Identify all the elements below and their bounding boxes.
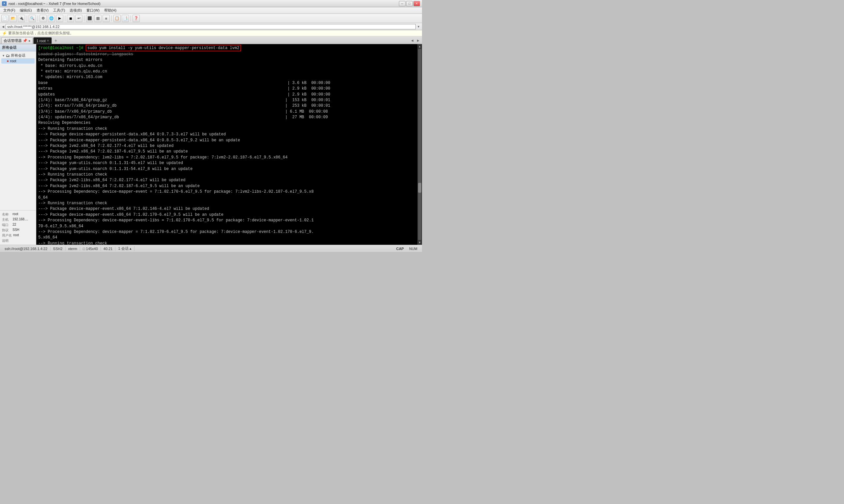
info-row-host: 主机 192.168.... bbox=[2, 217, 34, 222]
terminal-line-14: ---> Package device-mapper-persistent-da… bbox=[38, 132, 415, 137]
address-input[interactable] bbox=[5, 24, 416, 29]
tab-arrow-right[interactable]: ▶ bbox=[415, 37, 421, 44]
status-number: 40.21 bbox=[101, 247, 116, 251]
tree-item-all-sessions[interactable]: ▼ 🗂 所有会话 bbox=[1, 53, 35, 58]
tree-item-root[interactable]: ● root bbox=[1, 58, 35, 64]
terminal-line-22: ---> Package lvm2-libs.x86_64 7:2.02.177… bbox=[38, 178, 415, 183]
menu-file[interactable]: 文件(F) bbox=[1, 7, 17, 13]
toolbar-btn-7[interactable]: ▤ bbox=[94, 15, 102, 22]
prompt: [root@localhost ~]# bbox=[38, 46, 86, 50]
info-row-protocol: 协议 SSH bbox=[2, 228, 34, 233]
maximize-button[interactable]: □ bbox=[406, 1, 413, 6]
terminal-line-9: (2/4): extras/7/x86_64/primary_db | 253 … bbox=[38, 103, 415, 109]
status-terminal: xterm bbox=[66, 247, 81, 251]
close-button[interactable]: ✕ bbox=[413, 1, 420, 6]
status-sessions[interactable]: 1 会话 ▴ bbox=[115, 246, 134, 251]
toolbar-btn-3[interactable]: ⚙ bbox=[39, 15, 47, 22]
terminal-line-13: --> Running transaction check bbox=[38, 126, 415, 132]
sidebar-header-label: 所有会话 bbox=[2, 46, 16, 49]
info-row-name: 名称 root bbox=[2, 212, 34, 217]
terminal-line-30: 70-6.el7_9.5.x86_64 bbox=[38, 224, 415, 229]
info-label-host: 主机 bbox=[2, 217, 11, 222]
terminal-line-1: Determining fastest mirrors bbox=[38, 57, 415, 63]
terminal-line-26: --> Running transaction check bbox=[38, 201, 415, 206]
notice-text: 要添加当前会话，点击左侧的箭头按钮。 bbox=[8, 31, 73, 36]
info-value-username: root bbox=[13, 233, 19, 238]
terminal-line-11: (4/4): updates/7/x86_64/primary_db | 27 … bbox=[38, 115, 415, 120]
info-label-name: 名称 bbox=[2, 212, 11, 217]
notice-bar: ⚡ 要添加当前会话，点击左侧的箭头按钮。 bbox=[0, 30, 422, 36]
session-manager-tab[interactable]: 会话管理器 📌 × bbox=[1, 37, 33, 44]
status-connection: ssh://root@192.168.1.4:22 bbox=[2, 247, 50, 251]
scrollbar-thumb[interactable] bbox=[418, 183, 421, 193]
terminal-line-5: base | 3.6 kB 00:00:00 bbox=[38, 80, 415, 86]
toolbar-btn-6[interactable]: ⬛ bbox=[86, 15, 93, 22]
scrollbar-track[interactable] bbox=[418, 49, 421, 240]
info-value-protocol: SSH bbox=[13, 228, 19, 233]
toolbar: 📄 📂 🔌 🔍 ⚙ 🌐 ▶ ⏹ ↩ ⬛ ▤ ≡ 📋 📑 ❓ bbox=[0, 14, 422, 23]
menu-help[interactable]: 帮助(H) bbox=[102, 7, 118, 13]
main-area: 所有会话 ▼ 🗂 所有会话 ● root 名称 root 主机 192.168.… bbox=[0, 44, 422, 245]
toolbar-new[interactable]: 📄 bbox=[1, 15, 8, 22]
scroll-up-btn[interactable]: ▲ bbox=[418, 44, 421, 48]
sidebar-header: 所有会话 bbox=[0, 44, 36, 51]
terminal-line-8: (1/4): base/7/x86_64/group_gz | 153 kB 0… bbox=[38, 97, 415, 103]
terminal-line-7: updates | 2.9 kB 00:00:00 bbox=[38, 92, 415, 97]
address-bar: ◀ ▼ bbox=[0, 23, 422, 30]
toolbar-refresh[interactable]: ↩ bbox=[75, 15, 82, 22]
terminal-line-28: ---> Package device-mapper-event.x86_64 … bbox=[38, 212, 415, 218]
terminal-line-24: --> Processing Dependency: device-mapper… bbox=[38, 189, 415, 195]
toolbar-search[interactable]: 🔍 bbox=[29, 15, 36, 22]
terminal-line-12: Resolving Dependencies bbox=[38, 120, 415, 126]
info-label-desc: 说明 bbox=[2, 238, 11, 243]
terminal-line-4: * updates: mirrors.163.com bbox=[38, 74, 415, 80]
toolbar-sep-5 bbox=[111, 16, 112, 21]
info-value-port: 22 bbox=[13, 223, 16, 227]
scroll-down-btn[interactable]: ▼ bbox=[418, 241, 421, 245]
terminal-line-27: ---> Package device-mapper-event.x86_64 … bbox=[38, 206, 415, 212]
new-tab-button[interactable]: + bbox=[52, 37, 59, 44]
menu-edit[interactable]: 编辑(E) bbox=[18, 7, 34, 13]
menu-view[interactable]: 查看(V) bbox=[35, 7, 51, 13]
scrollbar-right[interactable]: ▲ ▼ bbox=[417, 44, 422, 245]
tab-arrow-left[interactable]: ◀ bbox=[410, 37, 415, 44]
toolbar-help[interactable]: ❓ bbox=[133, 15, 140, 22]
menu-window[interactable]: 窗口(W) bbox=[84, 7, 102, 13]
window-title: root - root@localhost:~ - Xshell 7 (Free… bbox=[8, 2, 101, 5]
terminal-line-0: Loaded plugins: fastestmirror, langpacks bbox=[38, 52, 415, 57]
toolbar-connect[interactable]: 🔌 bbox=[18, 15, 25, 22]
terminal-line-21: --> Running transaction check bbox=[38, 172, 415, 178]
terminal-line-18: --> Processing Dependency: lvm2-libs = 7… bbox=[38, 155, 415, 160]
address-dropdown[interactable]: ▼ bbox=[417, 25, 420, 28]
session-tab-label: 1 root bbox=[36, 39, 46, 43]
toolbar-sep-6 bbox=[131, 16, 131, 21]
minimize-button[interactable]: ─ bbox=[399, 1, 406, 6]
tree-label-root: root bbox=[10, 59, 16, 63]
session-manager-label: 会话管理器 bbox=[4, 38, 22, 43]
toolbar-btn-9[interactable]: 📋 bbox=[114, 15, 121, 22]
info-value-host: 192.168.... bbox=[13, 217, 28, 222]
toolbar-sep-2 bbox=[38, 16, 38, 21]
menu-tools[interactable]: 工具(T) bbox=[51, 7, 67, 13]
toolbar-btn-5[interactable]: ▶ bbox=[56, 15, 63, 22]
terminal-line-3: * extras: mirrors.qlu.edu.cn bbox=[38, 69, 415, 74]
session-icon: ● bbox=[6, 59, 9, 63]
toolbar-btn-4[interactable]: 🌐 bbox=[48, 15, 55, 22]
toolbar-btn-10[interactable]: 📑 bbox=[122, 15, 129, 22]
toolbar-btn-8[interactable]: ≡ bbox=[103, 15, 110, 22]
toolbar-sep-3 bbox=[65, 16, 65, 21]
folder-icon: 🗂 bbox=[6, 53, 10, 58]
terminal-area[interactable]: [root@localhost ~]# sudo yum install -y … bbox=[36, 44, 417, 245]
terminal-line-20: ---> Package yum-utils.noarch 0:1.1.31-5… bbox=[38, 166, 415, 172]
session-tab-close[interactable]: × bbox=[47, 39, 49, 42]
toolbar-stop[interactable]: ⏹ bbox=[67, 15, 74, 22]
title-buttons: ─ □ ✕ bbox=[399, 1, 420, 6]
toolbar-sep-1 bbox=[27, 16, 27, 21]
session-tab[interactable]: 1 root × bbox=[33, 37, 52, 44]
toolbar-open[interactable]: 📂 bbox=[10, 15, 17, 22]
title-bar-left: X root - root@localhost:~ - Xshell 7 (Fr… bbox=[2, 1, 101, 6]
menu-options[interactable]: 选项(B) bbox=[68, 7, 84, 13]
session-manager-close[interactable]: × bbox=[28, 39, 30, 43]
terminal-line-19: ---> Package yum-utils.noarch 0:1.1.31-4… bbox=[38, 160, 415, 166]
sidebar-tree: ▼ 🗂 所有会话 ● root bbox=[0, 51, 36, 210]
